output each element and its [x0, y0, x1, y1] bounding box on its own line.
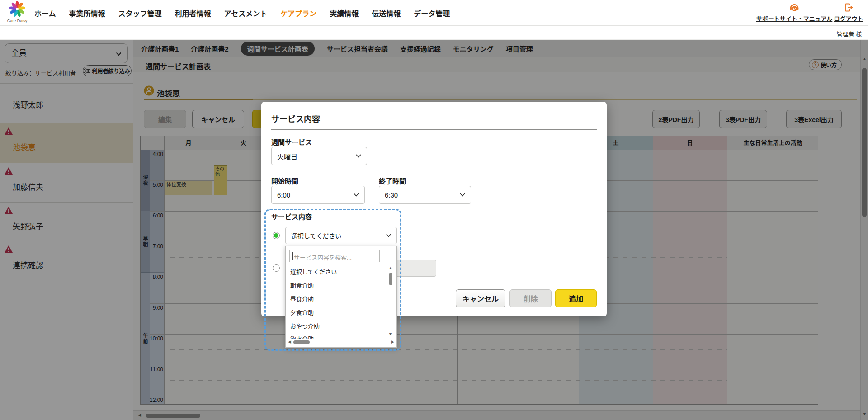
nav-assessment[interactable]: アセスメント: [224, 8, 268, 19]
nav-home[interactable]: ホーム: [34, 8, 56, 19]
chevron-down-icon: [460, 193, 465, 197]
nav-transmission-info[interactable]: 伝送情報: [372, 8, 401, 19]
nav-data-management[interactable]: データ管理: [414, 8, 450, 19]
chevron-down-icon: [386, 234, 391, 237]
modal-title: サービス内容: [271, 113, 320, 124]
service-search-input[interactable]: サービス内容を検索...: [289, 250, 380, 262]
dropdown-scroll-right-icon[interactable]: ▶: [391, 340, 394, 344]
service-content-select[interactable]: 選択してください: [285, 227, 397, 244]
dropdown-hscrollbar-thumb[interactable]: [293, 340, 310, 344]
option-item[interactable]: おやつ介助: [286, 320, 390, 333]
chevron-down-icon: [356, 154, 361, 158]
dropdown-scrollbar-thumb[interactable]: [389, 273, 392, 285]
start-time-select[interactable]: 6:00: [271, 186, 365, 204]
admin-row: 管理者 様: [0, 26, 868, 40]
logo[interactable]: Care Daisy: [5, 1, 30, 23]
logout-icon: [844, 2, 854, 13]
service-select-radio[interactable]: [273, 232, 280, 239]
app-root: Care Daisy ホーム 事業所情報 スタッフ管理 利用者情報 アセスメント…: [0, 0, 868, 420]
start-time-label: 開始時間: [271, 176, 298, 185]
nav-user-info[interactable]: 利用者情報: [175, 8, 211, 19]
service-section-label: サービス内容: [271, 212, 312, 221]
logout-link[interactable]: ログアウト: [833, 2, 864, 23]
service-content-dropdown-panel: サービス内容を検索... 選択してください 朝食介助 昼食介助 夕食介助 おやつ…: [285, 246, 397, 348]
service-content-modal: サービス内容 週間サービス 火曜日 開始時間 6:00 終了時間 6:30 サー…: [261, 102, 607, 316]
modal-add-button[interactable]: 追加: [555, 289, 597, 307]
modal-delete-button[interactable]: 削除: [509, 289, 552, 307]
end-time-select[interactable]: 6:30: [379, 186, 471, 204]
logged-in-user: 管理者 様: [836, 29, 862, 38]
nav-office-info[interactable]: 事業所情報: [69, 8, 105, 19]
option-item[interactable]: 昼食介助: [286, 293, 390, 306]
support-operator-icon: [788, 2, 800, 13]
main-nav: ホーム 事業所情報 スタッフ管理 利用者情報 アセスメント ケアプラン 実績情報…: [34, 0, 450, 26]
search-placeholder: サービス内容を検索...: [294, 253, 352, 261]
dropdown-scroll-left-icon[interactable]: ◀: [288, 340, 291, 344]
logo-text: Care Daisy: [5, 19, 30, 23]
option-item[interactable]: 朝食介助: [286, 279, 390, 293]
dropdown-scroll-up-icon[interactable]: ▲: [388, 266, 392, 270]
weekly-service-select[interactable]: 火曜日: [271, 147, 367, 165]
dropdown-scroll-down-icon[interactable]: ▼: [388, 332, 392, 336]
top-header: Care Daisy ホーム 事業所情報 スタッフ管理 利用者情報 アセスメント…: [0, 0, 868, 26]
option-item-clipped[interactable]: 飲水介助: [286, 333, 390, 339]
chevron-down-icon: [354, 193, 359, 197]
support-site-link[interactable]: サポートサイト・マニュアル: [754, 2, 835, 23]
text-cursor: [292, 252, 293, 260]
service-freetext-radio[interactable]: [273, 264, 280, 272]
nav-care-plan[interactable]: ケアプラン: [280, 8, 316, 19]
care-daisy-logo-icon: [8, 1, 26, 18]
modal-cancel-button[interactable]: キャンセル: [456, 289, 505, 307]
weekly-service-label: 週間サービス: [271, 137, 312, 146]
option-item[interactable]: 選択してください: [286, 265, 390, 279]
nav-results-info[interactable]: 実績情報: [330, 8, 359, 19]
nav-staff-management[interactable]: スタッフ管理: [118, 8, 162, 19]
modal-title-rule: [271, 129, 597, 130]
end-time-label: 終了時間: [379, 176, 406, 185]
option-item[interactable]: 夕食介助: [286, 306, 390, 320]
